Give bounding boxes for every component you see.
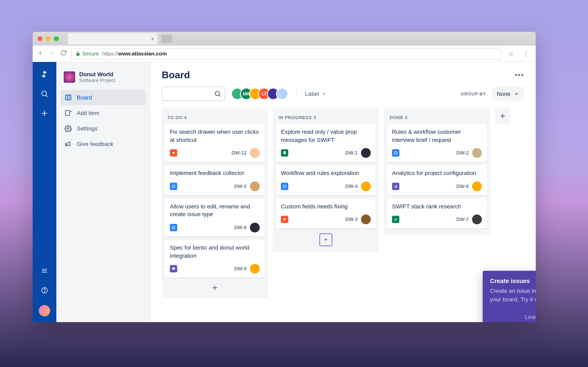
svg-rect-23 <box>283 185 286 188</box>
issue-key: DW-1 <box>345 150 358 156</box>
assignee-avatar-group[interactable]: MRLT <box>231 88 288 100</box>
page-title: Board <box>162 69 190 81</box>
column-header: DONE 3 <box>387 112 487 124</box>
sidebar-item-add[interactable]: Add item <box>61 105 146 121</box>
label-filter-button[interactable]: Label <box>305 91 327 97</box>
issue-key: DW-8 <box>234 225 247 230</box>
group-by-select[interactable]: None <box>492 87 524 101</box>
assignee-avatar[interactable] <box>472 182 482 191</box>
svg-rect-20 <box>172 226 175 229</box>
board-column: IN PROGRESS 3Explore read only / value p… <box>273 108 379 252</box>
bookmark-icon[interactable]: ☆ <box>506 50 516 58</box>
svg-rect-25 <box>394 152 397 154</box>
avatar[interactable] <box>276 88 288 100</box>
close-tab-icon[interactable]: × <box>151 35 154 42</box>
svg-point-24 <box>284 218 286 221</box>
assignee-avatar[interactable] <box>361 182 371 191</box>
issue-card[interactable]: Spec for bento and donut world integrati… <box>165 240 265 278</box>
help-icon[interactable] <box>40 285 49 295</box>
assignee-avatar[interactable] <box>361 215 371 225</box>
create-icon[interactable] <box>40 108 49 118</box>
sidebar-item-label: Settings <box>77 125 97 132</box>
jira-logo-icon[interactable] <box>40 69 49 79</box>
add-item-icon <box>65 109 72 117</box>
issue-card[interactable]: Workflow and rules explorationDW-4 <box>276 165 376 195</box>
issue-type-icon <box>170 224 177 231</box>
issue-card[interactable]: SWIFT stack rank researchDW-7 <box>387 199 487 229</box>
svg-rect-27 <box>396 186 396 188</box>
add-card-button[interactable]: + <box>165 281 265 295</box>
board-icon <box>65 94 72 101</box>
board-search-input[interactable] <box>162 86 225 101</box>
issue-card[interactable]: Allow users to edit, rename and create i… <box>165 199 265 236</box>
card-title: Explore read only / value prop messages … <box>281 128 371 144</box>
svg-line-17 <box>219 95 221 97</box>
card-title: Spec for bento and donut world integrati… <box>170 244 260 260</box>
issue-key: DW-3 <box>345 217 358 222</box>
assignee-avatar[interactable] <box>361 148 371 158</box>
assignee-avatar[interactable] <box>472 148 482 158</box>
search-icon <box>214 90 221 98</box>
browser-tabbar: × <box>33 32 536 46</box>
sidebar-item-settings[interactable]: Settings <box>61 121 146 136</box>
issue-card[interactable]: Implement feedback collectorDW-2 <box>165 165 265 195</box>
browser-menu-icon[interactable]: ⋮ <box>520 50 532 58</box>
forward-icon[interactable] <box>48 50 56 58</box>
issue-key: DW-2 <box>456 150 469 156</box>
maximize-window-icon[interactable] <box>54 36 59 41</box>
issue-card[interactable]: Explore read only / value prop messages … <box>276 124 376 162</box>
add-card-highlight-button[interactable]: + <box>319 234 332 247</box>
popover-body: Create an issue in any column on your bo… <box>490 287 536 304</box>
menu-icon[interactable] <box>40 266 49 276</box>
issue-key: DW-9 <box>234 266 247 272</box>
issue-card[interactable]: Custom fields needs fixingDW-3 <box>276 199 376 229</box>
issue-card[interactable]: Rules & workflow customer interview brie… <box>387 124 487 162</box>
project-header[interactable]: Donut World Software Project <box>61 69 146 90</box>
project-sidebar: Donut World Software Project Board Add i… <box>56 62 150 322</box>
sidebar-item-board[interactable]: Board <box>61 90 146 105</box>
gear-icon <box>65 125 72 132</box>
assignee-avatar[interactable] <box>250 264 260 274</box>
secure-label: Secure <box>82 50 99 57</box>
issue-key: DW-4 <box>345 184 358 189</box>
svg-rect-19 <box>172 185 175 188</box>
issue-key: DW-2 <box>234 184 247 189</box>
svg-point-0 <box>42 91 47 96</box>
back-icon[interactable] <box>37 50 44 58</box>
close-window-icon[interactable] <box>38 36 43 41</box>
minimize-window-icon[interactable] <box>46 36 51 41</box>
board-column: DONE 3Rules & workflow customer intervie… <box>384 108 490 235</box>
issue-card[interactable]: Analytics for project configurationDW-6 <box>387 165 487 195</box>
issue-key: DW-7 <box>456 217 469 222</box>
board-toolbar: MRLT Label GROUP BY None <box>162 86 524 101</box>
assignee-avatar[interactable] <box>250 148 260 158</box>
board-more-icon[interactable]: ••• <box>515 71 524 79</box>
card-title: Analytics for project configuration <box>392 169 482 177</box>
new-tab-button[interactable] <box>161 35 172 43</box>
svg-rect-28 <box>396 185 397 188</box>
app-root: Donut World Software Project Board Add i… <box>33 62 536 322</box>
browser-tab[interactable]: × <box>68 33 158 44</box>
browser-addressbar: Secure https://www.atlassian.com ☆ ⋮ <box>33 46 536 62</box>
svg-line-1 <box>46 95 48 97</box>
group-by-label: GROUP BY <box>461 91 486 96</box>
search-icon[interactable] <box>40 89 49 99</box>
svg-rect-9 <box>66 95 71 100</box>
assignee-avatar[interactable] <box>250 182 260 191</box>
url-input[interactable]: Secure https://www.atlassian.com <box>71 48 502 59</box>
traffic-lights <box>33 36 64 41</box>
svg-point-18 <box>173 152 174 154</box>
learn-more-link[interactable]: Learn more <box>525 314 536 320</box>
toolbar-divider <box>296 89 297 99</box>
issue-card[interactable]: Fix search drawer when user clicks at sh… <box>165 124 265 162</box>
lock-icon <box>76 51 80 56</box>
assignee-avatar[interactable] <box>472 215 482 225</box>
card-title: SWIFT stack rank research <box>392 203 482 211</box>
issue-type-icon <box>170 265 177 272</box>
assignee-avatar[interactable] <box>250 223 260 233</box>
add-column-button[interactable]: + <box>495 108 510 124</box>
sidebar-item-feedback[interactable]: Give feedback <box>61 136 146 152</box>
issue-type-icon <box>392 216 399 223</box>
reload-icon[interactable] <box>60 50 67 58</box>
profile-avatar[interactable] <box>39 305 50 317</box>
